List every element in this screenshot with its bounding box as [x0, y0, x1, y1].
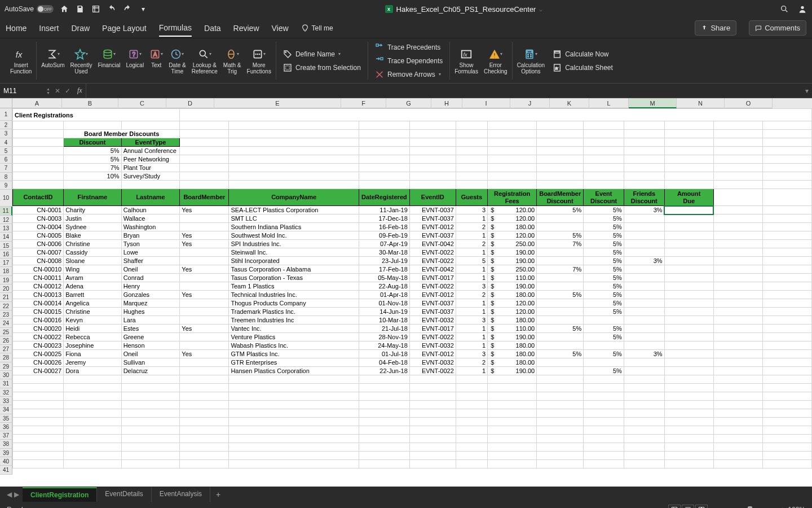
tab-data[interactable]: Data: [204, 20, 221, 36]
row-header-13[interactable]: 13: [0, 224, 12, 233]
row-header-40[interactable]: 40: [0, 457, 12, 466]
user-icon[interactable]: [797, 4, 807, 14]
zoom-level[interactable]: 100%: [788, 506, 805, 508]
row-header-9[interactable]: 9: [0, 181, 12, 190]
tab-review[interactable]: Review: [233, 20, 259, 36]
insert-function-button[interactable]: fx Insert Function: [10, 47, 32, 75]
date-time-button[interactable]: Date & Time: [169, 47, 186, 75]
calculation-options-button[interactable]: Calculation Options: [517, 47, 545, 75]
zoom-control[interactable]: − + 100%: [713, 506, 805, 508]
error-checking-button[interactable]: Error Checking: [484, 47, 508, 75]
fx-icon[interactable]: fx: [74, 86, 86, 95]
calculate-sheet-button[interactable]: fxCalculate Sheet: [553, 63, 613, 72]
qat-more-icon[interactable]: ▾: [138, 4, 148, 14]
row-header-7[interactable]: 7: [0, 164, 12, 172]
column-header-D[interactable]: D: [166, 98, 214, 108]
column-header-L[interactable]: L: [589, 98, 629, 108]
row-header-24[interactable]: 24: [0, 319, 12, 327]
row-header-31[interactable]: 31: [0, 379, 12, 388]
sheet-cells[interactable]: Client RegistrationsBoard Member Discoun…: [12, 108, 812, 468]
row-header-30[interactable]: 30: [0, 371, 12, 379]
text-button[interactable]: AText: [149, 47, 163, 75]
row-header-37[interactable]: 37: [0, 431, 12, 440]
lookup-button[interactable]: Lookup & Reference: [192, 47, 218, 75]
undo-icon[interactable]: [107, 4, 117, 14]
add-sheet-button[interactable]: +: [210, 488, 226, 501]
comments-button[interactable]: Comments: [749, 20, 806, 36]
spreadsheet-grid[interactable]: ABCDEFGHIJKLMNO 123456789101112131415161…: [0, 98, 812, 487]
row-header-23[interactable]: 23: [0, 310, 12, 319]
row-header-21[interactable]: 21: [0, 293, 12, 301]
define-name-button[interactable]: Define Name: [283, 50, 361, 59]
row-header-36[interactable]: 36: [0, 423, 12, 431]
share-button[interactable]: Share: [695, 20, 736, 36]
autosave-toggle[interactable]: OFF: [37, 5, 54, 13]
row-header-6[interactable]: 6: [0, 155, 12, 164]
column-header-B[interactable]: B: [62, 98, 118, 108]
row-header-8[interactable]: 8: [0, 173, 12, 181]
cancel-formula-icon[interactable]: ✕: [55, 87, 60, 95]
column-header-G[interactable]: G: [386, 98, 431, 108]
row-header-11[interactable]: 11: [0, 207, 12, 215]
tab-home[interactable]: Home: [6, 20, 27, 36]
zoom-in-icon[interactable]: +: [780, 506, 784, 508]
row-header-35[interactable]: 35: [0, 414, 12, 423]
row-header-27[interactable]: 27: [0, 345, 12, 353]
row-header-25[interactable]: 25: [0, 328, 12, 336]
show-formulas-button[interactable]: fxShow Formulas: [454, 47, 478, 75]
column-header-F[interactable]: F: [341, 98, 386, 108]
row-header-41[interactable]: 41: [0, 466, 12, 474]
row-header-28[interactable]: 28: [0, 353, 12, 362]
zoom-out-icon[interactable]: −: [713, 506, 717, 508]
calculate-now-button[interactable]: Calculate Now: [553, 50, 613, 59]
search-icon[interactable]: [779, 4, 789, 14]
row-header-33[interactable]: 33: [0, 397, 12, 405]
prev-sheet-icon[interactable]: ◀: [7, 491, 12, 498]
sheet-tab-EventAnalysis[interactable]: EventAnalysis: [152, 487, 210, 502]
formula-bar[interactable]: [86, 84, 802, 98]
trace-dependents-button[interactable]: Trace Dependents: [375, 56, 443, 65]
trace-precedents-button[interactable]: Trace Precedents: [375, 43, 443, 52]
recently-used-button[interactable]: Recently Used: [70, 47, 92, 75]
tab-draw[interactable]: Draw: [71, 20, 90, 36]
row-header-26[interactable]: 26: [0, 336, 12, 345]
next-sheet-icon[interactable]: ▶: [14, 491, 19, 498]
name-box[interactable]: M11: [0, 84, 45, 98]
column-header-A[interactable]: A: [12, 98, 62, 108]
row-header-10[interactable]: 10: [0, 190, 12, 207]
sheet-tab-EventDetails[interactable]: EventDetails: [97, 487, 151, 502]
column-header-I[interactable]: I: [462, 98, 510, 108]
tab-formulas[interactable]: Formulas: [159, 20, 192, 37]
name-box-stepper[interactable]: ▲▼: [45, 87, 51, 95]
row-header-3[interactable]: 3: [0, 129, 12, 138]
autosum-button[interactable]: AutoSum: [41, 47, 64, 75]
tab-view[interactable]: View: [272, 20, 289, 36]
row-header-38[interactable]: 38: [0, 440, 12, 448]
autosave[interactable]: AutoSave OFF: [5, 5, 54, 13]
column-headers[interactable]: ABCDEFGHIJKLMNO: [12, 98, 812, 108]
enter-formula-icon[interactable]: ✓: [65, 87, 70, 95]
redo-icon[interactable]: [122, 4, 133, 14]
row-header-14[interactable]: 14: [0, 233, 12, 241]
column-header-H[interactable]: H: [431, 98, 462, 108]
row-header-20[interactable]: 20: [0, 284, 12, 293]
row-header-5[interactable]: 5: [0, 147, 12, 155]
tab-insert[interactable]: Insert: [39, 20, 59, 36]
row-header-16[interactable]: 16: [0, 250, 12, 259]
column-header-C[interactable]: C: [118, 98, 166, 108]
normal-view-icon[interactable]: [668, 505, 681, 508]
column-header-K[interactable]: K: [550, 98, 589, 108]
tell-me[interactable]: Tell me: [301, 24, 333, 32]
expand-formula-bar-icon[interactable]: ▾: [802, 87, 812, 95]
row-header-39[interactable]: 39: [0, 449, 12, 457]
column-header-O[interactable]: O: [725, 98, 773, 108]
row-header-34[interactable]: 34: [0, 405, 12, 414]
row-header-32[interactable]: 32: [0, 388, 12, 397]
row-header-4[interactable]: 4: [0, 138, 12, 147]
save-icon[interactable]: [75, 4, 85, 14]
row-header-18[interactable]: 18: [0, 267, 12, 275]
chevron-down-icon[interactable]: ⌵: [539, 6, 542, 12]
page-layout-view-icon[interactable]: [682, 505, 694, 508]
create-from-selection-button[interactable]: Create from Selection: [283, 63, 361, 72]
row-header-19[interactable]: 19: [0, 276, 12, 284]
